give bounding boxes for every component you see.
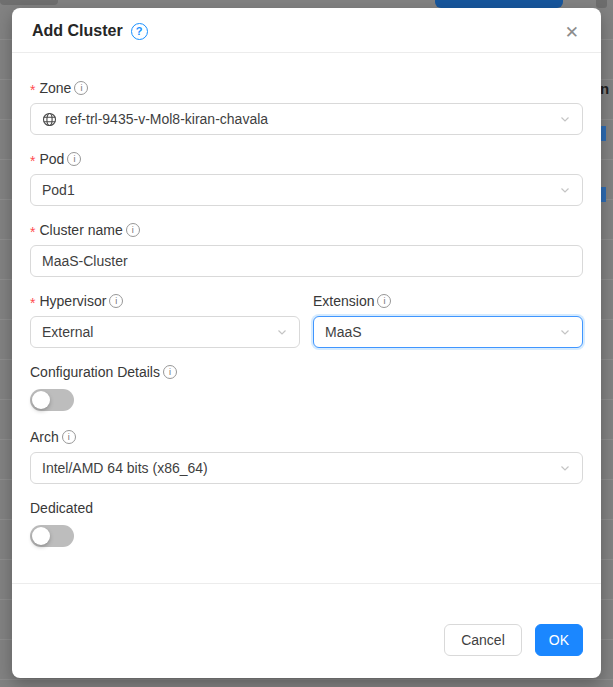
- cancel-button[interactable]: Cancel: [444, 624, 522, 656]
- chevron-down-icon: [559, 326, 571, 338]
- background-icon-fragment: [596, 0, 607, 8]
- dialog-header: Add Cluster ? ✕: [12, 8, 601, 53]
- form-item-arch: Arch i Intel/AMD 64 bits (x86_64): [30, 426, 583, 484]
- chevron-down-icon: [559, 184, 571, 196]
- close-icon: ✕: [565, 23, 579, 42]
- extension-label: Extension i: [313, 290, 583, 312]
- dedicated-toggle[interactable]: [30, 525, 74, 547]
- arch-select[interactable]: Intel/AMD 64 bits (x86_64): [30, 452, 583, 484]
- pod-label: * Pod i: [30, 148, 583, 170]
- extension-select[interactable]: MaaS: [313, 316, 583, 348]
- form-item-zone: * Zone i ref-trl-9435-v-Mol8-kiran-chava…: [30, 77, 583, 135]
- ok-button[interactable]: OK: [535, 624, 583, 656]
- chevron-down-icon: [559, 462, 571, 474]
- pod-value: Pod1: [42, 182, 75, 198]
- chevron-down-icon: [276, 326, 288, 338]
- zone-value: ref-trl-9435-v-Mol8-kiran-chavala: [65, 111, 268, 127]
- required-marker: *: [30, 296, 35, 310]
- extension-value: MaaS: [325, 324, 362, 340]
- cluster-name-value: MaaS-Cluster: [42, 253, 128, 269]
- dialog-body: * Zone i ref-trl-9435-v-Mol8-kiran-chava…: [12, 53, 601, 562]
- background-toolbar-fragment: [0, 0, 58, 5]
- chevron-down-icon: [559, 113, 571, 125]
- cluster-name-input[interactable]: MaaS-Cluster: [30, 245, 583, 277]
- toggle-knob: [32, 391, 50, 409]
- zone-select[interactable]: ref-trl-9435-v-Mol8-kiran-chavala: [30, 103, 583, 135]
- form-item-cluster-name: * Cluster name i MaaS-Cluster: [30, 219, 583, 277]
- dialog-title: Add Cluster: [32, 22, 123, 40]
- required-marker: *: [30, 225, 35, 239]
- pod-select[interactable]: Pod1: [30, 174, 583, 206]
- info-icon[interactable]: i: [109, 294, 123, 308]
- hypervisor-label: * Hypervisor i: [30, 290, 300, 312]
- background-blue-button-fragment: [601, 187, 606, 202]
- arch-value: Intel/AMD 64 bits (x86_64): [42, 460, 208, 476]
- info-icon[interactable]: i: [74, 81, 88, 95]
- cluster-name-label: * Cluster name i: [30, 219, 583, 241]
- close-button[interactable]: ✕: [561, 20, 583, 45]
- form-item-hypervisor: * Hypervisor i External: [30, 290, 300, 348]
- form-item-configuration-details: Configuration Details i: [30, 361, 583, 411]
- arch-label: Arch i: [30, 426, 583, 448]
- required-marker: *: [30, 83, 35, 97]
- info-icon[interactable]: i: [126, 223, 140, 237]
- dedicated-label: Dedicated: [30, 497, 583, 519]
- hypervisor-select[interactable]: External: [30, 316, 300, 348]
- form-row-hypervisor-extension: * Hypervisor i External Extension i M: [30, 290, 583, 348]
- info-icon[interactable]: i: [163, 365, 177, 379]
- help-circle-icon[interactable]: ?: [131, 23, 148, 40]
- configuration-details-toggle[interactable]: [30, 389, 74, 411]
- info-icon[interactable]: i: [62, 430, 76, 444]
- hypervisor-value: External: [42, 324, 93, 340]
- background-text-fragment: n: [600, 80, 609, 97]
- toggle-knob: [32, 527, 50, 545]
- configuration-details-label: Configuration Details i: [30, 361, 583, 383]
- background-add-cluster-button-fragment: [435, 0, 563, 8]
- zone-label: * Zone i: [30, 77, 583, 99]
- form-item-dedicated: Dedicated: [30, 497, 583, 547]
- background-blue-button-fragment: [601, 126, 606, 141]
- form-item-extension: Extension i MaaS: [313, 290, 583, 348]
- form-item-pod: * Pod i Pod1: [30, 148, 583, 206]
- info-icon[interactable]: i: [377, 294, 391, 308]
- dialog-footer: Cancel OK: [12, 583, 601, 678]
- required-marker: *: [30, 154, 35, 168]
- globe-icon: [42, 112, 57, 127]
- info-icon[interactable]: i: [67, 152, 81, 166]
- add-cluster-dialog: Add Cluster ? ✕ * Zone i ref-trl-9435-v-…: [12, 8, 601, 678]
